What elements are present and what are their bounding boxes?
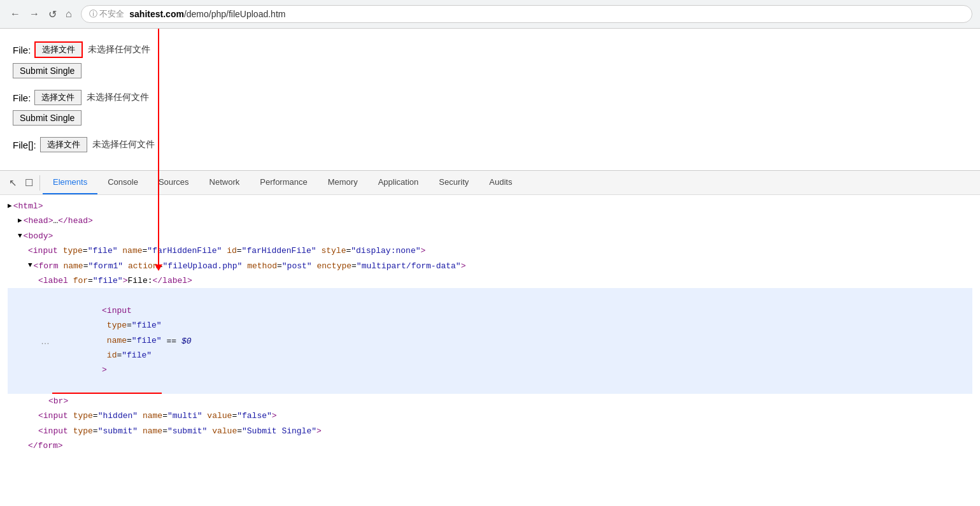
security-icon: ⓘ 不安全 (89, 8, 125, 20)
home-button[interactable]: ⌂ (63, 7, 75, 21)
form1-submit-button[interactable]: Submit Single (13, 63, 82, 78)
form1-file-choose-button[interactable]: 选择文件 (34, 41, 83, 58)
form-name-attr: name (63, 259, 83, 273)
form2-submit-button[interactable]: Submit Single (13, 110, 82, 126)
submit-value-attr: value (212, 424, 237, 438)
url-path: /demo/php/fileUpload.htm (184, 9, 286, 19)
tab-memory[interactable]: Memory (318, 171, 368, 194)
head-open-tag: <head> (24, 213, 53, 228)
hidden-type-attr: type (73, 408, 93, 423)
input-tag-name: input (107, 306, 132, 315)
hidden-type-val: "hidden" (98, 408, 138, 423)
form-tag-name: form (38, 259, 58, 273)
submit-name-val: "submit" (167, 424, 207, 438)
devtools-code-view: <html> <head> … </head> <body> <input ty… (0, 195, 980, 458)
tab-sources[interactable]: Sources (148, 171, 199, 194)
hidden-input-tag-name: input (33, 243, 58, 258)
code-line-html: <html> (8, 199, 972, 213)
input-self-close: > (102, 365, 107, 375)
form-enctype-attr: enctype (316, 259, 352, 273)
submit-open: < (38, 424, 43, 438)
form2-file-choose-button[interactable]: 选择文件 (34, 90, 82, 105)
label-tag-name: label (43, 273, 68, 288)
devtools-cursor-icon[interactable]: ↖ (5, 172, 21, 194)
input-name-attr: name (107, 336, 127, 345)
form-action-attr: action (128, 259, 158, 273)
devtools-toolbar: ↖ ☐ Elements Console Sources Network Per… (0, 171, 980, 195)
back-button[interactable]: ← (8, 7, 23, 21)
input-equals: == (162, 334, 181, 349)
form1-no-file-text: 未选择任何文件 (88, 44, 150, 55)
html-tag: <html> (13, 199, 43, 213)
label-for-attr: for (73, 273, 88, 288)
submit-type-val: "submit" (98, 424, 138, 438)
reload-button[interactable]: ↺ (46, 7, 59, 22)
label-open: < (38, 273, 43, 288)
hidden-input-name-attr: name (122, 243, 142, 258)
label-close: > (123, 273, 128, 288)
hidden-input-name-val: "farHiddenFile" (147, 243, 222, 258)
tab-network[interactable]: Network (199, 171, 250, 194)
tab-console[interactable]: Console (97, 171, 148, 194)
expand-form-icon[interactable] (28, 259, 32, 272)
input-tag-open: < (102, 306, 107, 315)
code-line-hidden: <input type="hidden" name="multi" value=… (8, 408, 972, 423)
hidden-name-val: "multi" (167, 408, 202, 423)
tab-performance[interactable]: Performance (250, 171, 317, 194)
hidden-input-tag-open: < (28, 243, 33, 258)
code-line-body: <body> (8, 229, 972, 243)
devtools-box-icon[interactable]: ☐ (21, 172, 37, 194)
tab-application[interactable]: Application (368, 171, 429, 194)
form3-file-choose-button[interactable]: 选择文件 (40, 137, 87, 152)
url-domain: sahitest.com (129, 9, 184, 19)
label-end: </label> (153, 273, 192, 288)
code-line-head: <head> … </head> (8, 213, 972, 228)
ellipsis-button[interactable]: … (38, 336, 52, 346)
form2-file-row: File: 选择文件 未选择任何文件 (13, 90, 967, 105)
hidden-value-attr: value (207, 408, 232, 423)
code-line-submit: <input type="submit" name="submit" value… (8, 424, 972, 438)
hidden-tag-name: input (43, 408, 68, 423)
input-id-attr: id (107, 351, 117, 360)
form-action-val: "fileUpload.php" (163, 259, 243, 273)
expand-html-icon[interactable] (8, 200, 12, 213)
tab-audits[interactable]: Audits (479, 171, 522, 194)
form-name-val: "form1" (88, 259, 123, 273)
page-and-devtools: File: 选择文件 未选择任何文件 Submit Single File: 选… (0, 29, 980, 458)
hidden-input-id-attr: id (227, 243, 237, 258)
hidden-open: < (38, 408, 43, 423)
input-dollar: $0 (181, 334, 192, 349)
input-name-val: "file" (132, 336, 162, 345)
expand-body-icon[interactable] (18, 230, 22, 243)
code-line-form-close: </form> (8, 438, 972, 453)
form3-file-row: File[]: 选择文件 未选择任何文件 (13, 137, 967, 152)
form-tag-open: < (34, 259, 39, 273)
hidden-input-style-val: "display:none" (351, 243, 420, 258)
address-bar[interactable]: ⓘ 不安全 sahitest.com/demo/php/fileUpload.h… (81, 5, 972, 23)
nav-buttons: ← → ↺ ⌂ (8, 7, 75, 22)
submit-name-attr: name (143, 424, 162, 438)
code-line-form: <form name="form1" action="fileUpload.ph… (8, 259, 972, 273)
hidden-input-close: > (420, 243, 425, 258)
form2-file-label: File: (13, 92, 31, 103)
form-method-val: "post" (282, 259, 312, 273)
hidden-input-style-attr: style (321, 243, 346, 258)
tab-security[interactable]: Security (429, 171, 479, 194)
tab-elements[interactable]: Elements (43, 171, 97, 194)
code-line-label: <label for="file" > File: </label> (8, 273, 972, 288)
submit-value-val: "Submit Single" (242, 424, 316, 438)
devtools-panel: ↖ ☐ Elements Console Sources Network Per… (0, 170, 980, 458)
hidden-value-val: "false" (237, 408, 272, 423)
code-line-file-input: … <input type="file" name="file" id="fil… (8, 288, 972, 394)
input-type-attr: type (107, 321, 127, 330)
expand-head-icon[interactable] (18, 215, 22, 228)
hidden-close: > (272, 408, 277, 423)
hidden-input-id-val: "farHiddenFile" (242, 243, 316, 258)
br-tag: <br> (48, 394, 68, 408)
label-text: File: (127, 273, 152, 288)
input-id-val: "file" (122, 351, 152, 360)
forward-button[interactable]: → (27, 7, 42, 21)
head-close-tag: </head> (58, 213, 93, 228)
form-enctype-val: "multipart/form-data" (357, 259, 461, 273)
label-for-val: "file" (93, 273, 123, 288)
